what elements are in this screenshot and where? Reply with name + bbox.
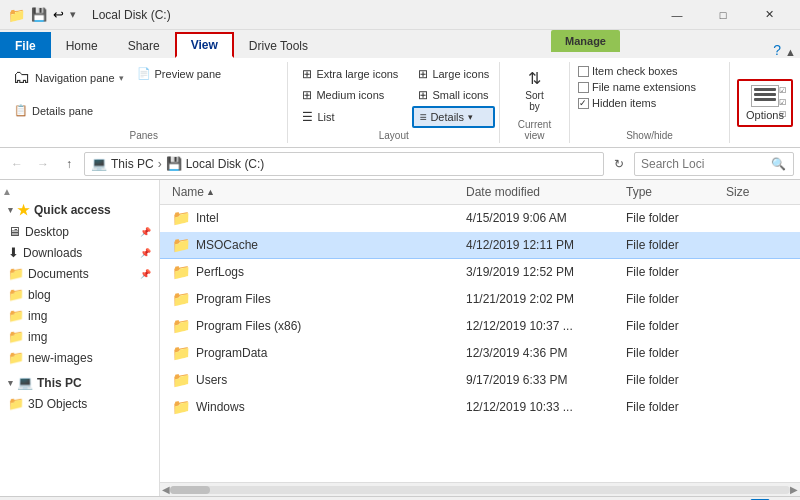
hidden-items-row[interactable]: Hidden items bbox=[578, 96, 656, 110]
table-row[interactable]: 📁 MSOCache4/12/2019 12:11 PMFile folder bbox=[160, 232, 800, 259]
table-row[interactable]: 📁 Windows12/12/2019 10:33 ...File folder bbox=[160, 394, 800, 421]
up-button[interactable]: ↑ bbox=[58, 153, 80, 175]
file-type-cell: File folder bbox=[622, 207, 722, 229]
search-input[interactable] bbox=[641, 157, 771, 171]
quick-access-header[interactable]: ▾ ★ Quick access bbox=[0, 199, 159, 221]
large-icons-button[interactable]: ⊞ Large icons bbox=[412, 64, 495, 84]
sort-icon: ⇅ bbox=[528, 69, 541, 88]
details-expand-icon: ▾ bbox=[468, 112, 473, 122]
file-name-cell: 📁 ProgramData bbox=[168, 340, 462, 366]
col-sort-arrow: ▲ bbox=[206, 187, 215, 197]
img-1-label: img bbox=[28, 309, 47, 323]
col-header-size[interactable]: Size bbox=[722, 182, 792, 202]
file-modified-cell: 12/12/2019 10:37 ... bbox=[462, 315, 622, 337]
navigation-pane-button[interactable]: 🗂 Navigation pane ▾ bbox=[8, 64, 129, 91]
sidebar-item-documents[interactable]: 📁 Documents 📌 bbox=[0, 263, 159, 284]
tab-view[interactable]: View bbox=[175, 32, 234, 58]
file-name-cell: 📁 Users bbox=[168, 367, 462, 393]
sidebar-item-img-1[interactable]: 📁 img bbox=[0, 305, 159, 326]
maximize-button[interactable]: □ bbox=[700, 0, 746, 30]
sidebar-item-img-2[interactable]: 📁 img bbox=[0, 326, 159, 347]
medium-icons-button[interactable]: ⊞ Medium icons bbox=[296, 85, 404, 105]
col-header-modified[interactable]: Date modified bbox=[462, 182, 622, 202]
file-type-cell: File folder bbox=[622, 261, 722, 283]
folder-icon: 📁 bbox=[172, 290, 191, 308]
status-bar: 8 items ≡ ⊞ bbox=[0, 496, 800, 500]
img-1-icon: 📁 bbox=[8, 308, 24, 323]
file-modified-cell: 12/3/2019 4:36 PM bbox=[462, 342, 622, 364]
details-button[interactable]: ≡ Details ▾ bbox=[412, 106, 495, 128]
this-pc-header[interactable]: ▾ 💻 This PC bbox=[0, 372, 159, 393]
table-row[interactable]: 📁 Intel4/15/2019 9:06 AMFile folder bbox=[160, 205, 800, 232]
preview-pane-button[interactable]: 📄 Preview pane bbox=[131, 64, 228, 83]
ribbon-collapse-icon[interactable]: ▲ bbox=[785, 46, 796, 58]
refresh-button[interactable]: ↻ bbox=[608, 153, 630, 175]
tab-manage[interactable]: Manage bbox=[551, 30, 620, 52]
search-box[interactable]: 🔍 bbox=[634, 152, 794, 176]
back-button[interactable]: ← bbox=[6, 153, 28, 175]
nav-pane-label: Navigation pane bbox=[35, 72, 115, 84]
blog-label: blog bbox=[28, 288, 51, 302]
nav-pane-scroll-up: ▲ bbox=[2, 186, 12, 197]
sort-by-button[interactable]: ⇅ Sort by bbox=[512, 65, 557, 116]
sidebar-item-blog[interactable]: 📁 blog bbox=[0, 284, 159, 305]
scroll-right-icon[interactable]: ▶ bbox=[790, 484, 798, 495]
help-icon[interactable]: ? bbox=[773, 42, 781, 58]
file-size-cell bbox=[722, 214, 792, 222]
list-icon: ☰ bbox=[302, 110, 313, 124]
sidebar-item-desktop[interactable]: 🖥 Desktop 📌 bbox=[0, 221, 159, 242]
file-name-ext-checkbox bbox=[578, 82, 589, 93]
title-text: Local Disk (C:) bbox=[92, 8, 171, 22]
table-row[interactable]: 📁 ProgramData12/3/2019 4:36 PMFile folde… bbox=[160, 340, 800, 367]
forward-button[interactable]: → bbox=[32, 153, 54, 175]
tab-file[interactable]: File bbox=[0, 32, 51, 58]
list-button[interactable]: ☰ List bbox=[296, 106, 404, 128]
app-icon: 📁 bbox=[8, 7, 25, 23]
search-icon[interactable]: 🔍 bbox=[771, 157, 786, 171]
ribbon-section-options: ☑ ☑ ☑ Options bbox=[730, 62, 800, 143]
minimize-button[interactable]: — bbox=[654, 0, 700, 30]
desktop-pin-icon: 📌 bbox=[140, 227, 151, 237]
address-path[interactable]: 💻 This PC › 💾 Local Disk (C:) bbox=[84, 152, 604, 176]
close-button[interactable]: ✕ bbox=[746, 0, 792, 30]
ribbon-section-show-hide: Item check boxes File name extensions Hi… bbox=[570, 62, 730, 143]
file-type-cell: File folder bbox=[622, 288, 722, 310]
file-modified-cell: 3/19/2019 12:52 PM bbox=[462, 261, 622, 283]
horizontal-scrollbar[interactable]: ◀ ▶ bbox=[160, 482, 800, 496]
file-type-cell: File folder bbox=[622, 342, 722, 364]
table-row[interactable]: 📁 Users9/17/2019 6:33 PMFile folder bbox=[160, 367, 800, 394]
col-header-name[interactable]: Name ▲ bbox=[168, 182, 462, 202]
sidebar-item-downloads[interactable]: ⬇ Downloads 📌 bbox=[0, 242, 159, 263]
item-check-boxes-row[interactable]: Item check boxes bbox=[578, 64, 678, 78]
tab-home[interactable]: Home bbox=[51, 32, 113, 58]
scroll-left-icon[interactable]: ◀ bbox=[162, 484, 170, 495]
sidebar-item-new-images[interactable]: 📁 new-images bbox=[0, 347, 159, 368]
file-name-extensions-row[interactable]: File name extensions bbox=[578, 80, 696, 94]
quick-access-label: Quick access bbox=[34, 203, 111, 217]
file-list: 📁 Intel4/15/2019 9:06 AMFile folder📁 MSO… bbox=[160, 205, 800, 482]
file-list-header: Name ▲ Date modified Type Size bbox=[160, 180, 800, 205]
tab-drive-tools[interactable]: Drive Tools bbox=[234, 32, 323, 58]
quick-undo-icon[interactable]: ↩ bbox=[53, 7, 64, 22]
sidebar-item-3d-objects[interactable]: 📁 3D Objects bbox=[0, 393, 159, 414]
tab-share[interactable]: Share bbox=[113, 32, 175, 58]
main-area: ▲ ▾ ★ Quick access 🖥 Desktop 📌 ⬇ Downloa… bbox=[0, 180, 800, 496]
small-icons-button[interactable]: ⊞ Small icons bbox=[412, 85, 495, 105]
details-pane-button[interactable]: 📋 Details pane bbox=[8, 101, 99, 120]
show-hide-content: Item check boxes File name extensions Hi… bbox=[578, 64, 696, 128]
extra-large-icons-button[interactable]: ⊞ Extra large icons bbox=[296, 64, 404, 84]
table-row[interactable]: 📁 PerfLogs3/19/2019 12:52 PMFile folder bbox=[160, 259, 800, 286]
col-header-type[interactable]: Type bbox=[622, 182, 722, 202]
table-row[interactable]: 📁 Program Files (x86)12/12/2019 10:37 ..… bbox=[160, 313, 800, 340]
file-size-cell bbox=[722, 403, 792, 411]
file-name-cell: 📁 Program Files bbox=[168, 286, 462, 312]
file-pane: Name ▲ Date modified Type Size 📁 Intel4/… bbox=[160, 180, 800, 496]
quick-menu-icon[interactable]: ▾ bbox=[70, 8, 76, 21]
table-row[interactable]: 📁 Program Files11/21/2019 2:02 PMFile fo… bbox=[160, 286, 800, 313]
quick-save-icon[interactable]: 💾 bbox=[31, 7, 47, 22]
options-button[interactable]: ☑ ☑ ☑ Options bbox=[737, 79, 793, 127]
ribbon-section-layout: ⊞ Extra large icons ⊞ Large icons ⊞ Medi… bbox=[288, 62, 500, 143]
scroll-thumb[interactable] bbox=[170, 486, 210, 494]
panes-content: 🗂 Navigation pane ▾ 📄 Preview pane 📋 Det… bbox=[8, 64, 279, 128]
ribbon-section-current-view: ⇅ Sort by Current view bbox=[500, 62, 570, 143]
